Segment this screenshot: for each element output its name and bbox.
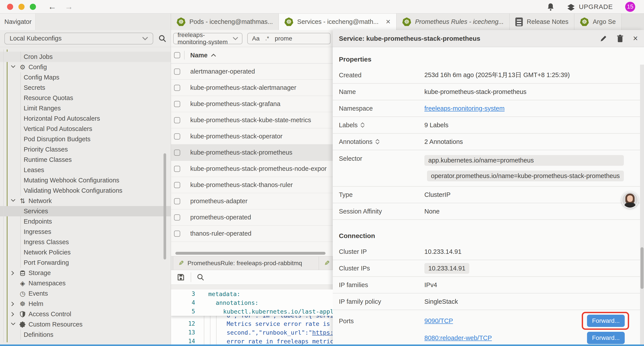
- row-checkbox[interactable]: [174, 85, 180, 91]
- tab-navigator[interactable]: Navigator: [0, 13, 36, 30]
- row-checkbox[interactable]: [174, 198, 180, 204]
- table-row-thanos-ruler-operated[interactable]: thanos-ruler-operated: [171, 226, 333, 242]
- tab-services-icecheng-math[interactable]: ☸Services - icecheng@math...✕: [279, 13, 397, 30]
- close-tab-icon[interactable]: ✕: [386, 18, 390, 25]
- sidebar-item-vertical-pod-autoscalers[interactable]: Vertical Pod Autoscalers: [0, 124, 171, 134]
- sidebar-item-leases[interactable]: Leases: [0, 165, 171, 175]
- port-link[interactable]: 8080:reloader-web/TCP: [424, 335, 492, 342]
- match-case-toggle[interactable]: Aa: [252, 35, 260, 42]
- table-row-kube-prometheus-stack-kube-state-metrics[interactable]: kube-prometheus-stack-kube-state-metrics: [171, 112, 333, 128]
- chevron-right-icon[interactable]: [10, 312, 17, 317]
- editor-tab-prometheusrule[interactable]: ✎ PrometheusRule: freeleaps-prod-rabbitm…: [173, 256, 319, 270]
- horizontal-scrollbar[interactable]: [175, 252, 326, 255]
- sidebar-item-network[interactable]: ⇅Network: [0, 196, 171, 206]
- sidebar-item-custom-resources[interactable]: Custom Resources: [0, 319, 171, 330]
- maximize-window-button[interactable]: [30, 4, 36, 10]
- minimize-window-button[interactable]: [18, 4, 24, 10]
- sidebar-item-definitions[interactable]: Definitions: [0, 330, 171, 340]
- sidebar-item-endpoints[interactable]: Endpoints: [0, 216, 171, 227]
- tab-pods-icecheng-mathmas[interactable]: ☸Pods - icecheng@mathmas...: [171, 13, 279, 30]
- sidebar-item-config[interactable]: ⚙Config: [0, 62, 171, 72]
- sidebar-item-secrets[interactable]: Secrets: [0, 82, 171, 93]
- notification-badge[interactable]: 15: [625, 2, 635, 12]
- sidebar-item-services[interactable]: Services: [0, 206, 171, 216]
- row-checkbox[interactable]: [174, 117, 180, 123]
- sidebar-scrollbar[interactable]: [164, 153, 166, 260]
- table-row-kube-prometheus-stack-prometheus-node-expor[interactable]: kube-prometheus-stack-prometheus-node-ex…: [171, 161, 333, 177]
- sidebar-item-horizontal-pod-autoscalers[interactable]: Horizontal Pod Autoscalers: [0, 113, 171, 124]
- panel-scrollbar-thumb[interactable]: [640, 247, 644, 289]
- sidebar-item-config-maps[interactable]: Config Maps: [0, 72, 171, 82]
- editor-tab-next[interactable]: ✎: [319, 256, 333, 270]
- tab-prometheus-rules-icecheng[interactable]: ☸Prometheus Rules - icecheng...: [396, 13, 510, 30]
- table-row-alertmanager-operated[interactable]: alertmanager-operated: [171, 63, 333, 80]
- back-arrow-icon[interactable]: ←: [48, 2, 56, 11]
- forward-button[interactable]: Forward...: [587, 332, 625, 344]
- table-row-kube-prometheus-stack-prometheus[interactable]: kube-prometheus-stack-prometheus: [171, 145, 333, 161]
- select-all-checkbox[interactable]: [174, 52, 180, 58]
- table-row-kube-prometheus-stack-thanos-ruler[interactable]: kube-prometheus-stack-thanos-ruler: [171, 177, 333, 193]
- port-link[interactable]: 9090/TCP: [424, 317, 453, 325]
- row-checkbox[interactable]: [174, 182, 180, 188]
- upgrade-button[interactable]: UPGRADE: [566, 3, 613, 11]
- close-icon[interactable]: ×: [633, 34, 638, 43]
- table-row-prometheus-adapter[interactable]: prometheus-adapter: [171, 193, 333, 209]
- selector-chip[interactable]: operator.prometheus.io/name=kube-prometh…: [427, 171, 624, 181]
- expand-toggle-icon[interactable]: [360, 122, 364, 128]
- sidebar-item-validating-webhook-configurations[interactable]: Validating Webhook Configurations: [0, 185, 171, 196]
- sidebar-item-access-control[interactable]: Access Control: [0, 309, 171, 319]
- sidebar-item-resource-quotas[interactable]: Resource Quotas: [0, 93, 171, 103]
- sidebar-item-cron-jobs[interactable]: Cron Jobs: [0, 52, 171, 62]
- sidebar-item-ingress-classes[interactable]: Ingress Classes: [0, 237, 171, 247]
- row-checkbox[interactable]: [174, 166, 180, 172]
- chevron-right-icon[interactable]: [10, 302, 17, 306]
- name-column-header[interactable]: Name: [190, 52, 216, 59]
- row-checkbox[interactable]: [174, 101, 180, 107]
- sidebar-item-limit-ranges[interactable]: Limit Ranges: [0, 103, 171, 113]
- panel-scrollbar-track[interactable]: [640, 65, 644, 345]
- value-chip[interactable]: 10.233.14.91: [424, 263, 469, 274]
- sidebar-item-network-policies[interactable]: Network Policies: [0, 247, 171, 258]
- selector-chip[interactable]: app.kubernetes.io/name=prometheus: [424, 155, 624, 166]
- sidebar-item-runtime-classes[interactable]: Runtime Classes: [0, 155, 171, 165]
- tab-argo-se[interactable]: ☸Argo Se: [574, 13, 622, 30]
- chevron-down-icon[interactable]: [10, 65, 17, 69]
- sidebar-item-namespaces[interactable]: ◈Namespaces: [0, 278, 171, 288]
- sidebar-item-pod-disruption-budgets[interactable]: Pod Disruption Budgets: [0, 134, 171, 144]
- yaml-editor[interactable]: 3metadata:4annotations:5kubectl.kubernet…: [171, 290, 333, 345]
- forward-button[interactable]: Forward...: [587, 315, 625, 327]
- sidebar-item-storage[interactable]: Storage: [0, 268, 171, 278]
- table-row-kube-prometheus-stack-operator[interactable]: kube-prometheus-stack-operator: [171, 128, 333, 145]
- row-checkbox[interactable]: [174, 150, 180, 156]
- runbook-url-link[interactable]: https://net: [312, 329, 333, 336]
- sidebar-item-mutating-webhook-configurations[interactable]: Mutating Webhook Configurations: [0, 175, 171, 185]
- sidebar-item-events[interactable]: ◷Events: [0, 288, 171, 299]
- sidebar-item-ingresses[interactable]: Ingresses: [0, 227, 171, 237]
- regex-toggle[interactable]: .*: [265, 35, 269, 42]
- chevron-down-icon[interactable]: [10, 199, 17, 203]
- table-row-kube-prometheus-stack-grafana[interactable]: kube-prometheus-stack-grafana: [171, 96, 333, 112]
- chevron-down-icon[interactable]: [10, 322, 17, 327]
- row-checkbox[interactable]: [174, 214, 180, 221]
- close-window-button[interactable]: [7, 4, 13, 10]
- row-checkbox[interactable]: [174, 231, 180, 237]
- save-icon[interactable]: [177, 273, 185, 281]
- edit-pencil-icon[interactable]: [600, 35, 607, 42]
- row-checkbox[interactable]: [174, 133, 180, 139]
- row-checkbox[interactable]: [174, 68, 180, 75]
- kubeconfig-select[interactable]: Local Kubeconfigs: [4, 33, 153, 44]
- namespace-select[interactable]: freeleaps-monitoring-system: [173, 33, 242, 44]
- tab-release-notes[interactable]: Release Notes: [510, 13, 574, 30]
- sidebar-item-port-forwarding[interactable]: Port Forwarding: [0, 258, 171, 268]
- search-icon[interactable]: [158, 34, 166, 42]
- filter-input[interactable]: Aa .* prome: [247, 33, 330, 44]
- sidebar-item-helm[interactable]: ☸Helm: [0, 299, 171, 309]
- user-avatar[interactable]: [622, 191, 638, 209]
- namespace-link[interactable]: freeleaps-monitoring-system: [424, 105, 504, 112]
- sidebar-item-priority-classes[interactable]: Priority Classes: [0, 144, 171, 155]
- table-row-kube-prometheus-stack-alertmanager[interactable]: kube-prometheus-stack-alertmanager: [171, 80, 333, 96]
- forward-arrow-icon[interactable]: →: [65, 2, 73, 11]
- table-row-prometheus-operated[interactable]: prometheus-operated: [171, 209, 333, 226]
- trash-icon[interactable]: [617, 34, 624, 42]
- expand-toggle-icon[interactable]: [376, 139, 380, 144]
